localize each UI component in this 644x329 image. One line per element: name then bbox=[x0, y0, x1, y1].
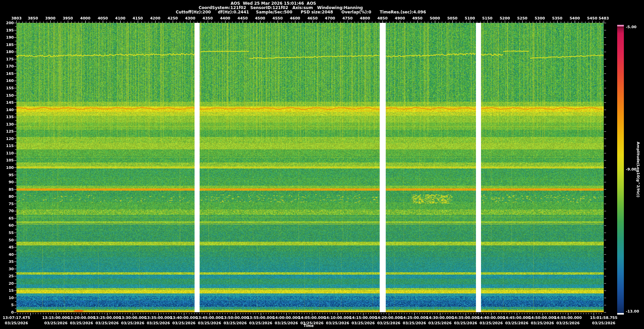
time-axis-label: 14:30:00.000 03/25/2026 bbox=[426, 315, 454, 326]
time-axis-label: 13:55:00.000 03/25/2026 bbox=[247, 315, 274, 326]
top-axis-label: 3803 bbox=[11, 16, 22, 20]
time-axis-label: 13:07:17.475 03/25/2026 bbox=[3, 315, 30, 326]
frequency-axis-label: 20 bbox=[9, 281, 14, 285]
frequency-axis-label: 10 bbox=[9, 295, 14, 300]
frequency-axis-label: 195 bbox=[6, 28, 14, 32]
frequency-axis-label: 145 bbox=[6, 100, 14, 105]
top-axis-label: 5100 bbox=[465, 16, 475, 20]
frequency-axis-label: 165 bbox=[6, 71, 14, 76]
time-axis-label: 14:00:00.000 03/25/2026 bbox=[273, 315, 300, 326]
frequency-axis-label: 50 bbox=[9, 238, 14, 242]
colorbar bbox=[617, 25, 624, 315]
top-axis-label: 4350 bbox=[203, 16, 213, 20]
top-axis-label: 4550 bbox=[272, 16, 283, 20]
top-axis-label: 4100 bbox=[115, 16, 125, 20]
top-axis-label: 5350 bbox=[552, 16, 562, 20]
top-axis-label: 4250 bbox=[168, 16, 178, 20]
time-axis-label: 14:55:00.000 03/25/2026 bbox=[554, 315, 582, 326]
top-axis-label: 5300 bbox=[535, 16, 545, 20]
time-axis-label: 13:35:00.000 03/25/2026 bbox=[145, 315, 172, 326]
time-axis-label: 13:25:00.000 03/25/2026 bbox=[93, 315, 121, 326]
frequency-axis-label: 150 bbox=[6, 93, 14, 97]
top-axis-label: 4050 bbox=[98, 16, 108, 20]
frequency-axis-label: 125 bbox=[6, 129, 14, 134]
frequency-axis-label: 190 bbox=[6, 35, 14, 40]
time-axis-label: 14:15:00.000 03/25/2026 bbox=[350, 315, 377, 326]
top-axis-label: 5050 bbox=[447, 16, 458, 20]
top-axis-label: 4650 bbox=[307, 16, 318, 20]
frequency-axis-label: 5 bbox=[11, 303, 14, 307]
top-axis-label: 4600 bbox=[290, 16, 300, 20]
header-sensor-info: CoordSystem:121f02 SensorID:121f02 Axis:… bbox=[199, 5, 363, 10]
header-psd-settings: Cuttoff(Hz):200 df(Hz):0.2441 Sample/Sec… bbox=[176, 10, 426, 14]
time-axis-title: Time bbox=[304, 323, 314, 329]
time-axis-label: 14:10:00.000 03/25/2026 bbox=[324, 315, 351, 326]
time-axis-label: 14:35:00.000 03/25/2026 bbox=[452, 315, 479, 326]
frequency-axis-label: 180 bbox=[6, 50, 14, 54]
frequency-axis-label: 200 bbox=[6, 21, 14, 25]
time-axis-label: 15:01:58.755 03/25/2026 bbox=[590, 315, 618, 326]
frequency-axis-label: 155 bbox=[6, 86, 14, 90]
time-axis-label: 14:25:00.000 03/25/2026 bbox=[400, 315, 428, 326]
top-axis-label: 5450 bbox=[587, 16, 597, 20]
top-axis-label: 3950 bbox=[63, 16, 73, 20]
time-axis-label: 13:50:00.000 03/25/2026 bbox=[221, 315, 249, 326]
frequency-axis-label: 85 bbox=[9, 187, 14, 191]
frequency-axis-label: 100 bbox=[6, 166, 14, 170]
colorbar-mid-label: -9.00 bbox=[626, 168, 637, 172]
top-axis-label: 3850 bbox=[28, 16, 38, 20]
frequency-axis-label: 65 bbox=[9, 216, 14, 220]
frequency-axis-label: 130 bbox=[6, 122, 14, 126]
time-axis-label: 13:45:00.000 03/25/2026 bbox=[196, 315, 223, 326]
top-axis-label: 4700 bbox=[325, 16, 335, 20]
frequency-axis-label: 80 bbox=[9, 194, 14, 199]
frequency-axis-label: 185 bbox=[6, 42, 14, 47]
spectrogram-canvas bbox=[0, 0, 644, 329]
frequency-axis-label: 105 bbox=[6, 158, 14, 162]
top-axis-label: 4450 bbox=[237, 16, 248, 20]
frequency-axis-label: 95 bbox=[9, 173, 14, 177]
top-axis-label: 5150 bbox=[482, 16, 493, 20]
time-axis-label: 14:50:00.000 03/25/2026 bbox=[529, 315, 556, 326]
time-axis-label: 14:20:00.000 03/25/2026 bbox=[375, 315, 402, 326]
frequency-axis-label: 70 bbox=[9, 209, 14, 213]
frequency-axis-label: 175 bbox=[6, 57, 14, 61]
colorbar-min-label: -13.00 bbox=[626, 310, 639, 314]
top-axis-label: 4950 bbox=[412, 16, 423, 20]
frequency-axis-label: 35 bbox=[9, 260, 14, 264]
aos-spectrogram-app: { "header": { "line1": "AOS Wed 25 Mar 2… bbox=[0, 0, 644, 329]
top-axis-label: 4000 bbox=[80, 16, 91, 20]
frequency-axis-label: 160 bbox=[6, 79, 14, 83]
top-axis-label: 4150 bbox=[132, 16, 143, 20]
top-axis-label: 5250 bbox=[517, 16, 528, 20]
frequency-axis-label: 120 bbox=[6, 136, 14, 141]
frequency-axis-label: 45 bbox=[9, 245, 14, 249]
frequency-axis-label: 170 bbox=[6, 64, 14, 68]
frequency-axis-label: 140 bbox=[6, 107, 14, 112]
header-title: AOS Wed 25 Mar 2026 15:01:46 AOS bbox=[231, 1, 316, 6]
top-axis-label: 4850 bbox=[377, 16, 388, 20]
top-axis-label: 3900 bbox=[45, 16, 56, 20]
frequency-axis-label: 40 bbox=[9, 252, 14, 256]
frequency-axis-label: 55 bbox=[9, 230, 14, 235]
time-axis-label: 13:30:00.000 03/25/2026 bbox=[119, 315, 147, 326]
colorbar-max-label: -5.00 bbox=[626, 25, 637, 29]
time-axis-label: 13:40:00.000 03/25/2026 bbox=[170, 315, 198, 326]
top-axis-label: 4750 bbox=[342, 16, 353, 20]
frequency-axis-label: 60 bbox=[9, 223, 14, 228]
frequency-axis-label: 115 bbox=[6, 144, 14, 148]
frequency-axis-label: 30 bbox=[9, 267, 14, 271]
top-axis-label: 4300 bbox=[185, 16, 196, 20]
colorbar-title: Amplitude(Log10(g^2/Hz)) bbox=[636, 142, 640, 197]
top-axis-label: 4500 bbox=[255, 16, 265, 20]
top-axis-label: 5400 bbox=[570, 16, 580, 20]
top-axis-label: 4400 bbox=[220, 16, 230, 20]
frequency-axis-label: 15 bbox=[9, 288, 14, 293]
top-axis-label: 5000 bbox=[430, 16, 440, 20]
time-axis-label: 13:20:00.000 03/25/2026 bbox=[68, 315, 95, 326]
top-axis-label: 4900 bbox=[395, 16, 405, 20]
time-axis-label: 14:40:00.000 03/25/2026 bbox=[477, 315, 505, 326]
time-axis-label: 13:15:00.000 03/25/2026 bbox=[42, 315, 70, 326]
time-axis-label: 14:45:00.000 03/25/2026 bbox=[503, 315, 531, 326]
frequency-axis-label: 75 bbox=[9, 201, 14, 206]
